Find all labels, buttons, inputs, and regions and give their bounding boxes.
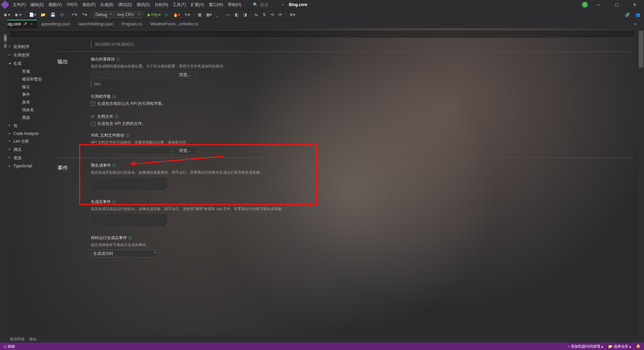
start-nodbg-button[interactable]: ▷ [164, 11, 170, 18]
sidebar-item-pkg[interactable]: 包 [7, 122, 54, 130]
sidebar-item-ts[interactable]: TypeScript [7, 162, 54, 170]
search-input[interactable] [260, 2, 280, 7]
title-search[interactable]: 🔍 ▾ [253, 2, 284, 7]
scrollbar-thumb[interactable] [639, 31, 643, 67]
save-button[interactable]: 💾 [49, 11, 57, 18]
refresh-icon[interactable]: ↻▾ [183, 11, 192, 18]
config-dropdown[interactable]: Debug [93, 11, 114, 18]
solution-name: Blog.core [289, 2, 307, 7]
menu-build[interactable]: 生成(B) [98, 1, 116, 9]
sidebar-item-events[interactable]: 事件 [7, 91, 54, 99]
share-icon[interactable]: 🔗 [623, 11, 632, 18]
sidebar-item-global[interactable]: 全局使用 [7, 51, 54, 59]
close-icon[interactable]: × [30, 21, 33, 26]
base-path-label: 输出的基路径ⓘ [91, 56, 633, 62]
tool-btn[interactable]: ⇅ [261, 11, 268, 18]
menu-test[interactable]: 测试(S) [135, 1, 152, 9]
tab-output[interactable]: 输出 [29, 337, 37, 342]
menu-debug[interactable]: 调试(D) [116, 1, 134, 9]
sidebar-item-general[interactable]: 常规 [7, 68, 54, 75]
post-build-input[interactable] [91, 213, 168, 227]
tab-launchsettings[interactable]: launchSettings.json [74, 20, 118, 28]
repo-button[interactable]: 📁 选择仓库 ▴ [608, 344, 631, 349]
ref-checkbox[interactable]: ✓ [91, 102, 95, 106]
tool-btn[interactable]: ⚙▾ [288, 11, 297, 18]
help-icon[interactable]: ⓘ [112, 163, 116, 168]
sidebar-item-debug[interactable]: 调试 [7, 146, 54, 154]
hot-reload-icon[interactable]: 🔥▾ [171, 11, 182, 18]
pre-build-input[interactable] [91, 177, 168, 191]
sidebar-item-res[interactable]: 资源 [7, 154, 54, 162]
menu-view[interactable]: 视图(V) [46, 1, 64, 9]
tool-btn[interactable]: ◧ [233, 11, 240, 18]
sidebar-item-app[interactable]: 应用程序 [7, 43, 54, 51]
help-icon[interactable]: ⓘ [126, 133, 129, 138]
tab-program[interactable]: Program.cs [118, 20, 146, 28]
tool-btn[interactable]: ⇆ [253, 11, 260, 18]
sidebar-item-output[interactable]: 输出 [7, 83, 54, 91]
xml-path-input[interactable] [91, 147, 171, 154]
scrollbar-track[interactable] [639, 30, 643, 335]
help-icon[interactable]: ⓘ [115, 114, 118, 119]
sidebar-item-lint[interactable]: Lint 分析 [7, 137, 54, 146]
saveall-button[interactable]: 🗃 [58, 11, 66, 18]
sidebar-item-advanced[interactable]: 高级 [7, 114, 54, 122]
menu-help[interactable]: 帮助(H) [226, 1, 244, 9]
start-button[interactable]: ▶ http ▾ [146, 11, 162, 18]
sidebar-item-code[interactable]: Code Analysis [7, 130, 54, 137]
menu-project[interactable]: 项目(P) [80, 1, 98, 9]
pin-icon[interactable]: 📌 [23, 22, 27, 26]
doc-chk-label: 生成包含 API 文档的文件。 [97, 121, 146, 127]
platform-dropdown[interactable]: Any CPU [115, 11, 142, 18]
new-button[interactable]: 📄▾ [27, 11, 38, 18]
tab-overflow-icon[interactable]: ▾ [634, 22, 636, 26]
tool-btn[interactable]: ▭ [225, 11, 232, 18]
when-dropdown[interactable]: 生成成功时 [91, 250, 158, 257]
nowarn-value: ;NU1605;SYSLIB0011 [91, 41, 633, 48]
tab-errorlist[interactable]: 错误列表 [10, 337, 25, 342]
menu-tools[interactable]: 工具(T) [171, 1, 188, 9]
help-icon[interactable]: ⓘ [128, 235, 132, 240]
undo-button[interactable]: ↶▾ [70, 11, 79, 18]
bell-icon[interactable]: 🔔 [636, 344, 641, 349]
menu-edit[interactable]: 编辑(E) [28, 1, 46, 9]
sidebar-item-errors[interactable]: 错误和警告 [7, 75, 54, 83]
help-icon[interactable]: ⓘ [116, 57, 120, 62]
sidebar: 应用程序 全局使用 生成 常规 错误和警告 输出 事件 发布 强命名 高级 包 … [7, 28, 54, 335]
avatar[interactable] [582, 2, 588, 8]
menu-analyze[interactable]: 分析(N) [153, 1, 170, 9]
search-icon: 🔍 [253, 2, 258, 7]
tab-weather[interactable]: WeatherForec...ontroller.cs [146, 20, 203, 28]
liveshare-icon[interactable]: 👥 [634, 11, 642, 18]
fwd-button[interactable]: ◉ ▾ [13, 11, 23, 18]
tool-btn[interactable]: _ [215, 11, 220, 18]
back-button[interactable]: ◉ ▾ [2, 11, 12, 18]
minimize-button[interactable]: — [591, 0, 606, 9]
doc-checkbox[interactable]: ✓ [91, 122, 95, 126]
maximize-button[interactable]: ▢ [609, 0, 624, 9]
browse-button[interactable]: 浏览... [173, 147, 197, 154]
help-icon[interactable]: ⓘ [112, 199, 116, 204]
tool-btn[interactable]: ⟲ [269, 11, 276, 18]
menu-git[interactable]: Git(G) [64, 1, 79, 9]
tool-btn[interactable]: ▦▾ [204, 11, 213, 18]
base-path-input[interactable] [91, 71, 171, 78]
sidebar-item-publish[interactable]: 发布 [7, 99, 54, 106]
sidebar-item-build[interactable]: 生成 [7, 59, 54, 68]
menu-ext[interactable]: 扩展(X) [189, 1, 206, 9]
tool-btn[interactable]: ⟳ [277, 11, 284, 18]
scm-button[interactable]: ↑ 添加到源代码管理 ▴ [568, 344, 603, 349]
doc-label: ⚙文档文件ⓘ [91, 114, 633, 120]
menu-file[interactable]: 文件(F) [11, 1, 28, 9]
open-button[interactable]: 📂 [39, 11, 47, 18]
tool-btn[interactable]: ◨ [241, 11, 249, 18]
tab-appsettings[interactable]: appsettings.json [37, 20, 74, 28]
help-icon[interactable]: ⓘ [112, 94, 116, 99]
browse-button[interactable]: 浏览... [173, 71, 197, 78]
redo-button[interactable]: ↷▾ [80, 11, 89, 18]
close-button[interactable]: ✕ [627, 0, 642, 9]
tool-btn[interactable]: ▦ [196, 11, 203, 18]
left-toolstrip[interactable]: 服务器资源管理器 工具箱 [0, 18, 7, 343]
sidebar-item-strongname[interactable]: 强命名 [7, 106, 54, 114]
menu-window[interactable]: 窗口(W) [207, 1, 225, 9]
